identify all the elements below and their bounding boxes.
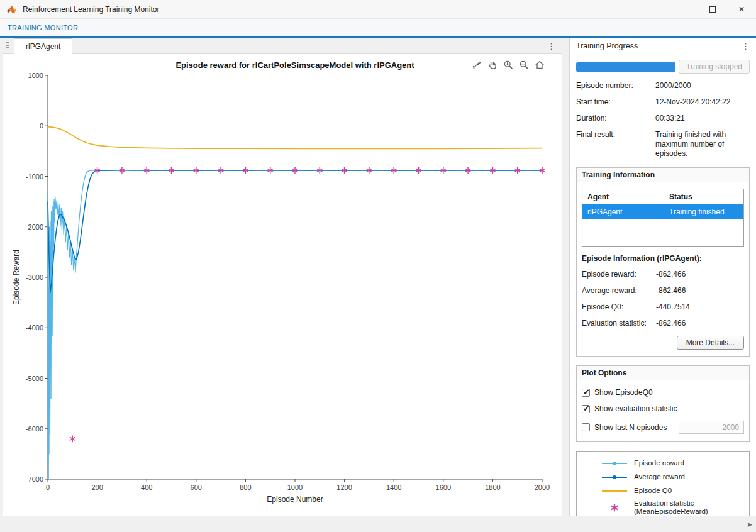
svg-text:-4000: -4000 [26,324,43,331]
expand-panel-icon[interactable]: ▶ [748,521,752,528]
stat-label: Evaluation statistic: [582,319,656,328]
window-controls: × [669,0,756,18]
main-area: rlPGAgent ⋮ Episode reward for rlCartPol… [0,38,756,516]
figure-menu-icon[interactable]: ⋮ [547,42,555,51]
figure-panel[interactable]: Episode reward for rlCartPoleSimscapeMod… [3,54,562,516]
svg-text:2000: 2000 [535,484,550,491]
panel-title: Training Progress [576,42,638,50]
stat-episode-q0: Episode Q0: -440.7514 [582,302,744,312]
minimize-icon [681,9,687,9]
plot-options-section: Plot Options Show EpisodeQ0 Show evaluat… [576,365,750,442]
stat-evaluation-statistic: Evaluation statistic: -862.466 [582,319,744,328]
option-show-last-n-episodes: Show last N episodes [582,421,744,434]
table-empty-area [582,219,743,246]
close-icon: × [738,6,744,13]
svg-text:-5000: -5000 [26,375,43,382]
option-show-evaluation-statistic: Show evaluation statistic [582,404,744,413]
legend-label: Average reward [634,473,685,481]
x-axis-label: Episode Number [267,495,323,504]
svg-text:0: 0 [40,122,43,130]
option-show-episodeq0: Show EpisodeQ0 [582,388,744,397]
svg-text:1800: 1800 [485,484,500,491]
field-value: 00:33:21 [655,114,750,123]
y-axis-label: Episode Reward [12,250,21,305]
training-progress-bar [576,62,675,72]
stat-label: Episode reward: [582,270,656,279]
maximize-icon [709,6,716,13]
minimize-button[interactable] [669,0,698,18]
legend-item-evaluation-statistic: Evaluation statistic (MeanEpisodeReward) [600,499,726,516]
tab-training-monitor[interactable]: TRAINING MONITOR [0,24,86,31]
svg-text:1000: 1000 [28,72,43,79]
panel-menu-icon[interactable]: ⋮ [742,42,750,51]
average-reward-line-icon [600,477,629,478]
stat-label: Episode Q0: [582,302,656,312]
last-n-episodes-input[interactable] [679,421,744,434]
svg-text:400: 400 [141,484,152,491]
svg-text:1400: 1400 [386,484,401,491]
tab-rlpgagent[interactable]: rlPGAgent [14,38,72,54]
training-stopped-button[interactable]: Training stopped [679,60,750,74]
svg-text:-3000: -3000 [26,274,43,281]
stat-label: Average reward: [582,286,656,296]
matlab-logo-icon [6,4,16,14]
option-label: Show last N episodes [594,423,667,432]
panel-splitter[interactable] [562,38,569,516]
close-button[interactable]: × [727,0,756,18]
stat-value: -862.466 [656,286,686,296]
training-information-section: Training Information Agent Status rlPGAg… [576,167,750,357]
window-title: Reinforcement Learning Training Monitor [23,5,159,14]
stat-value: -440.7514 [656,302,690,312]
svg-text:1000: 1000 [287,484,303,491]
episode-info-title: Episode Information (rlPGAgent): [582,254,744,263]
titlebar: Reinforcement Learning Training Monitor … [0,0,756,19]
training-progress-panel: Training Progress ⋮ Training stopped Epi… [569,38,756,516]
show-evaluation-statistic-checkbox[interactable] [582,405,590,413]
field-final-result: Final result: Training finished with max… [576,130,750,158]
svg-text:1200: 1200 [336,484,352,491]
field-label: Episode number: [576,81,655,91]
show-last-n-episodes-checkbox[interactable] [582,423,590,431]
svg-text:-1000: -1000 [26,173,43,180]
column-header-agent: Agent [582,189,664,204]
field-value: 12-Nov-2024 20:42:22 [655,97,750,107]
table-row[interactable]: rlPGAgent Training finished [582,204,743,219]
field-value: Training finished with maximum number of… [655,130,750,158]
tab-label: rlPGAgent [26,42,60,51]
show-episodeq0-checkbox[interactable] [582,389,590,397]
chart-legend: Episode reward Average reward Episode Q0… [576,451,750,516]
legend-item-average-reward: Average reward [600,472,726,482]
option-label: Show evaluation statistic [594,404,677,413]
field-start-time: Start time: 12-Nov-2024 20:42:22 [576,97,750,107]
legend-label: Evaluation statistic (MeanEpisodeReward) [634,499,708,516]
maximize-button[interactable] [698,0,727,18]
toolstrip: TRAINING MONITOR [0,19,756,38]
stat-value: -862.466 [656,270,686,279]
svg-text:600: 600 [191,484,202,491]
stat-average-reward: Average reward: -862.466 [582,286,744,296]
panel-header: Training Progress ⋮ [576,38,750,54]
field-episode-number: Episode number: 2000/2000 [576,81,750,91]
field-label: Duration: [576,114,655,123]
svg-text:-6000: -6000 [26,425,43,433]
svg-text:800: 800 [240,484,251,491]
stat-value: -862.466 [656,319,686,328]
document-tabbar: rlPGAgent ⋮ [3,38,562,54]
section-title: Plot Options [577,366,749,380]
chart-canvas[interactable]: 0200400600800100012001400160018002000100… [3,54,562,513]
svg-text:-2000: -2000 [26,223,43,231]
stat-episode-reward: Episode reward: -862.466 [582,270,744,279]
more-details-button[interactable]: More Details... [677,336,744,350]
evaluation-statistic-asterisk-icon [600,504,629,511]
cell-agent: rlPGAgent [582,204,664,219]
drag-grip-icon [6,42,9,50]
episode-q0-line-icon [600,490,629,492]
episode-reward-line-icon [600,463,629,464]
legend-label: Episode Q0 [634,487,672,495]
svg-text:-7000: -7000 [26,475,43,483]
more-details-row: More Details... [582,336,744,350]
legend-item-episode-q0: Episode Q0 [600,485,726,496]
column-header-status: Status [664,189,743,204]
agent-table-header: Agent Status [582,189,743,204]
progress-row: Training stopped [576,59,750,74]
